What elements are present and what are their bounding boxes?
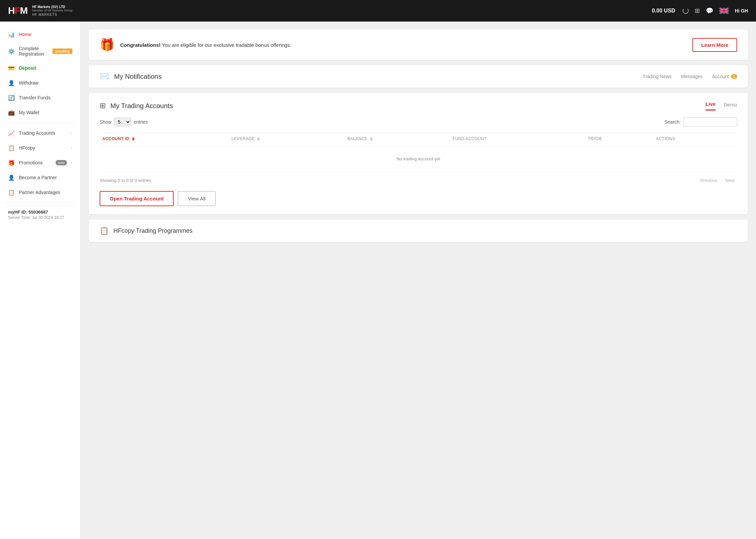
col-fund-account[interactable]: FUND ACCOUNT	[450, 132, 585, 146]
nav-right: 0.00 USD ⊞ 💬 Hi GH	[652, 7, 748, 14]
sidebar-home-label: Home	[19, 32, 72, 37]
sort-up-icon	[132, 137, 135, 139]
company-line2: Member of HF Markets Group	[32, 9, 73, 12]
search-input[interactable]	[683, 117, 737, 127]
view-all-button[interactable]: View All	[178, 191, 215, 206]
sidebar-footer: myHF ID: 55036687 Server Time: Jul 30 20…	[0, 205, 80, 224]
search-area: Search:	[664, 117, 737, 127]
myhf-id-value: 55036687	[29, 210, 48, 215]
chat-icon[interactable]: 💬	[706, 7, 713, 14]
sidebar-item-promotions[interactable]: 🎁 Promotions new ›	[0, 155, 80, 170]
sidebar-item-my-wallet[interactable]: 💼 My Wallet	[0, 105, 80, 120]
tab-trading-news[interactable]: Trading News	[643, 74, 672, 79]
hfcopy-icon: 📋	[8, 145, 15, 151]
sidebar-withdraw-label: Withdraw	[19, 80, 72, 86]
account-tab-label: Account	[712, 74, 729, 79]
envelope-icon: ✉️	[100, 72, 109, 81]
sidebar-item-trading-accounts[interactable]: 📈 Trading Accounts ›	[0, 126, 80, 140]
main-content: 🎁 Congratulations! You are eligible for …	[81, 22, 756, 539]
grid-icon[interactable]: ⊞	[695, 7, 700, 14]
sort-arrows-balance	[370, 137, 373, 141]
sidebar-divider-2	[5, 202, 75, 203]
sidebar-item-complete-registration[interactable]: ⚙️ Complete Registration pending	[0, 42, 80, 61]
greeting-text: Hi GH	[735, 8, 748, 13]
sidebar: 📊 Home ⚙️ Complete Registration pending …	[0, 22, 81, 539]
entries-label: entries	[134, 119, 148, 125]
sort-down-gray-icon-2	[370, 139, 373, 141]
next-button[interactable]: Next	[723, 177, 737, 184]
tab-live[interactable]: Live	[706, 101, 716, 110]
sidebar-complete-reg-label: Complete Registration	[19, 46, 48, 57]
hfc-title: HFcopy Trading Programmes	[113, 227, 193, 234]
partner-advantages-icon: 📋	[8, 189, 15, 196]
sidebar-wallet-label: My Wallet	[19, 110, 72, 115]
deposit-icon: 💳	[8, 65, 15, 71]
home-icon: 📊	[8, 31, 15, 38]
card-header: ⊞ My Trading Accounts Live Demo	[100, 101, 737, 110]
col-account-id[interactable]: ACCOUNT ID	[100, 132, 229, 146]
col-leverage[interactable]: LEVERAGE	[229, 132, 345, 146]
sidebar-item-hfcopy[interactable]: 📋 HFcopy ›	[0, 140, 80, 155]
promo-bold: Congratulations!	[120, 42, 161, 48]
sort-down-icon	[132, 139, 135, 141]
learn-more-button[interactable]: Learn More	[692, 38, 737, 52]
col-actions[interactable]: ACTIONS	[653, 132, 737, 146]
previous-button[interactable]: Previous	[698, 177, 720, 184]
notifications-title: My Notifications	[114, 73, 638, 81]
sidebar-item-deposit[interactable]: 💳 Deposit	[0, 61, 80, 75]
showing-entries-text: Showing 0 to 0 of 0 entries	[100, 178, 151, 183]
sort-arrows-account-id	[132, 137, 135, 141]
table-footer: Showing 0 to 0 of 0 entries Previous Nex…	[100, 177, 737, 184]
sort-up-gray-icon-2	[370, 137, 373, 139]
server-time-label: Server Time:	[8, 215, 31, 220]
chevron-right-icon-2: ›	[71, 146, 72, 150]
fund-account-label: FUND ACCOUNT	[453, 136, 487, 141]
table-header: ACCOUNT ID LEVERAGE	[100, 132, 737, 146]
server-time-value: Jul 30 2024 19:27	[32, 215, 64, 220]
promotions-icon: 🎁	[8, 159, 15, 166]
sidebar-item-partner-advantages[interactable]: 📋 Partner Advantages	[0, 185, 80, 200]
promo-banner: 🎁 Congratulations! You are eligible for …	[89, 30, 748, 60]
sidebar-promotions-label: Promotions	[19, 160, 51, 165]
col-trade[interactable]: TRADE	[585, 132, 653, 146]
settings-icon: ⚙️	[8, 48, 15, 55]
open-trading-account-button[interactable]: Open Trading Account	[100, 191, 174, 206]
table-header-row: ACCOUNT ID LEVERAGE	[100, 132, 737, 146]
company-line1: HF Markets (SV) LTD	[32, 5, 73, 9]
sidebar-partner-advantages-label: Partner Advantages	[19, 190, 72, 195]
main-layout: 📊 Home ⚙️ Complete Registration pending …	[0, 22, 756, 539]
sidebar-divider-1	[5, 123, 75, 123]
trade-label: TRADE	[588, 136, 602, 141]
refresh-icon[interactable]	[683, 8, 689, 14]
account-badge: 1	[731, 74, 737, 79]
hfc-card-preview: 📋 HFcopy Trading Programmes	[89, 220, 748, 242]
sort-arrows-leverage	[257, 137, 260, 141]
language-flag[interactable]	[719, 8, 729, 14]
entries-select[interactable]: 5 10 25	[114, 118, 131, 126]
actions-label: ACTIONS	[656, 136, 675, 141]
sidebar-item-withdraw[interactable]: 👤 Withdraw	[0, 75, 80, 90]
sidebar-item-transfer-funds[interactable]: 🔄 Transfer Funds	[0, 90, 80, 105]
table-controls: Show 5 10 25 entries Search:	[100, 117, 737, 127]
sidebar-item-become-partner[interactable]: 👤 Become a Partner	[0, 170, 80, 185]
logo-text: HFM	[8, 5, 28, 16]
sidebar-trading-accounts-label: Trading Accounts	[19, 130, 67, 136]
sidebar-item-home[interactable]: 📊 Home	[0, 27, 80, 42]
sidebar-deposit-label: Deposit	[19, 65, 72, 71]
trading-accounts-table: ACCOUNT ID LEVERAGE	[100, 132, 737, 172]
tab-demo[interactable]: Demo	[724, 102, 737, 110]
empty-row: No trading account yet	[100, 146, 737, 172]
tab-account[interactable]: Account 1	[712, 74, 737, 79]
pagination-buttons: Previous Next	[698, 177, 737, 184]
tab-messages[interactable]: Messages	[681, 74, 702, 79]
sidebar-become-partner-label: Become a Partner	[19, 175, 72, 180]
myhf-id-label: myHF ID:	[8, 210, 27, 215]
logo-box: HFM	[8, 5, 28, 16]
pending-badge: pending	[53, 49, 72, 54]
sort-up-gray-icon	[257, 137, 260, 139]
wallet-icon: 💼	[8, 109, 15, 116]
col-balance[interactable]: BALANCE	[345, 132, 450, 146]
sidebar-transfer-label: Transfer Funds	[19, 95, 72, 100]
notifications-card: ✉️ My Notifications Trading News Message…	[89, 65, 748, 88]
partner-icon: 👤	[8, 174, 15, 181]
